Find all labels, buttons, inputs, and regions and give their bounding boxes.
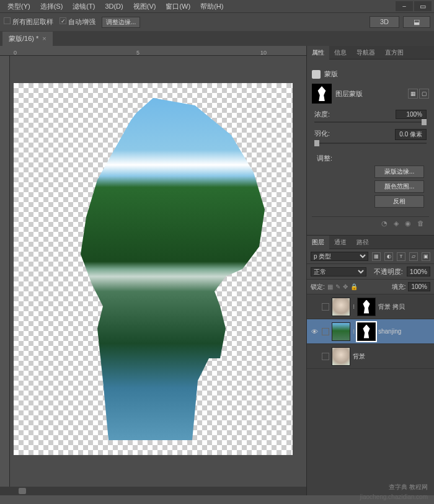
- layer-name[interactable]: 背景 拷贝: [378, 303, 405, 311]
- filter-adjust-icon[interactable]: ◐: [384, 252, 393, 261]
- lock-transparent-icon[interactable]: ▦: [327, 283, 333, 290]
- layer-list: ⁞ 背景 拷贝 👁 ⁞ shanjing 背景: [307, 294, 434, 495]
- tab-channels[interactable]: 通道: [329, 236, 352, 249]
- properties-panel-tabs: 属性 信息 导航器 直方图: [307, 46, 434, 60]
- menu-type[interactable]: 类型(Y): [2, 1, 35, 12]
- layer-row[interactable]: 👁 ⁞ shanjing: [307, 319, 434, 344]
- density-label: 浓度:: [314, 110, 330, 119]
- blend-mode-select[interactable]: 正常: [311, 267, 366, 276]
- adjust-label: 调整:: [317, 154, 332, 162]
- filter-smart-icon[interactable]: ▣: [422, 252, 430, 261]
- tab-histogram[interactable]: 直方图: [380, 46, 409, 60]
- ruler-tick: 5: [136, 50, 140, 56]
- artwork-silhouette: [14, 83, 293, 455]
- feather-label: 羽化:: [314, 129, 330, 140]
- filter-image-icon[interactable]: ▦: [372, 252, 381, 261]
- 3d-mode-button[interactable]: 3D: [370, 16, 399, 28]
- layer-checkbox[interactable]: [322, 328, 329, 335]
- layer-checkbox[interactable]: [322, 303, 329, 311]
- vector-mask-button[interactable]: ▢: [419, 89, 429, 99]
- view-mode-button[interactable]: ⬓: [403, 16, 430, 28]
- properties-title: 蒙版: [324, 69, 338, 79]
- menu-window[interactable]: 窗口(W): [161, 1, 195, 12]
- ruler-tick: 0: [14, 50, 17, 56]
- feather-value[interactable]: 0.0 像素: [395, 129, 427, 140]
- properties-footer: ◔ ◈ ◉ 🗑: [312, 216, 429, 230]
- fill-label: 填充:: [392, 283, 406, 291]
- link-icon: ⁞: [353, 303, 355, 310]
- mask-thumbnail[interactable]: [357, 298, 376, 316]
- layer-filter-kind[interactable]: p 类型: [311, 252, 368, 261]
- document-tab[interactable]: 蒙版/16) * ×: [2, 32, 53, 46]
- layer-thumbnail[interactable]: [332, 298, 350, 316]
- minimize-button[interactable]: −: [396, 1, 413, 11]
- menu-3d[interactable]: 3D(D): [100, 1, 128, 11]
- restore-button[interactable]: ▭: [414, 1, 432, 11]
- horizontal-scrollbar[interactable]: [19, 488, 26, 494]
- layer-name[interactable]: 背景: [353, 352, 365, 361]
- watermark: 查字典 教程网: [389, 483, 428, 492]
- load-selection-icon[interactable]: ◔: [381, 219, 388, 228]
- menu-select[interactable]: 选择(S): [35, 1, 68, 12]
- options-bar: 所有图层取样 自动增强 调整边缘... 3D ⬓: [0, 12, 434, 31]
- lock-image-icon[interactable]: ✎: [335, 283, 340, 290]
- tab-navigator[interactable]: 导航器: [352, 46, 380, 60]
- tab-properties[interactable]: 属性: [307, 46, 329, 60]
- mask-thumbnail[interactable]: [357, 322, 376, 341]
- color-range-button[interactable]: 颜色范围...: [374, 180, 424, 193]
- close-tab-icon[interactable]: ×: [42, 35, 46, 42]
- watermark-url: jiaocheng.chazidian.com: [360, 493, 428, 500]
- delete-mask-icon[interactable]: 🗑: [417, 219, 424, 228]
- document-tab-bar: 蒙版/16) * ×: [0, 31, 434, 46]
- pixel-mask-button[interactable]: ▦: [408, 89, 418, 99]
- opacity-label: 不透明度:: [374, 267, 403, 276]
- mask-icon: [312, 70, 321, 79]
- menu-view[interactable]: 视图(V): [128, 1, 161, 12]
- layer-thumbnail[interactable]: [332, 322, 350, 341]
- tab-paths[interactable]: 路径: [352, 236, 374, 249]
- menu-bar: 类型(Y) 选择(S) 滤镜(T) 3D(D) 视图(V) 窗口(W) 帮助(H…: [0, 0, 434, 12]
- layer-checkbox[interactable]: [322, 353, 329, 360]
- properties-panel: 蒙版 图层蒙版 ▦ ▢ 浓度: 100% 羽化: 0.: [307, 60, 434, 235]
- mask-type-label: 图层蒙版: [335, 89, 363, 99]
- layer-thumbnail[interactable]: [332, 347, 350, 366]
- layer-row[interactable]: 背景: [307, 344, 434, 369]
- disable-mask-icon[interactable]: ◉: [405, 219, 411, 228]
- tab-info[interactable]: 信息: [329, 46, 352, 60]
- apply-mask-icon[interactable]: ◈: [394, 219, 399, 228]
- lock-position-icon[interactable]: ✥: [343, 283, 348, 290]
- filter-shape-icon[interactable]: ▱: [409, 252, 418, 261]
- layers-panel: 图层 通道 路径 p 类型 ▦ ◐ T ▱ ▣ 正常 不透明度: 100% 锁定…: [307, 235, 434, 495]
- filter-type-icon[interactable]: T: [397, 252, 405, 261]
- mask-thumbnail: [312, 84, 332, 104]
- mask-edge-button[interactable]: 蒙版边缘...: [374, 166, 424, 178]
- sample-all-layers-checkbox[interactable]: 所有图层取样: [4, 17, 53, 27]
- feather-slider[interactable]: 羽化: 0.0 像素: [314, 129, 427, 144]
- ruler-tick: 10: [260, 50, 267, 56]
- menu-help[interactable]: 帮助(H): [195, 1, 228, 12]
- lock-label: 锁定:: [311, 283, 325, 291]
- density-value[interactable]: 100%: [396, 110, 427, 119]
- fill-value[interactable]: 100%: [408, 282, 430, 291]
- link-icon: ⁞: [353, 328, 355, 335]
- opacity-value[interactable]: 100%: [407, 267, 430, 276]
- right-panels: 属性 信息 导航器 直方图 蒙版 图层蒙版 ▦ ▢ 浓度: 100%: [306, 46, 434, 495]
- tab-layers[interactable]: 图层: [307, 236, 329, 249]
- auto-enhance-checkbox[interactable]: 自动增强: [60, 17, 95, 27]
- vertical-ruler: [0, 56, 10, 495]
- canvas[interactable]: [14, 83, 293, 455]
- invert-button[interactable]: 反相: [374, 195, 424, 208]
- canvas-area[interactable]: 0 5 10: [0, 46, 306, 495]
- menu-filter[interactable]: 滤镜(T): [68, 1, 100, 12]
- horizontal-ruler: 0 5 10: [0, 46, 306, 56]
- document-tab-title: 蒙版/16) *: [9, 34, 38, 43]
- lock-all-icon[interactable]: 🔒: [350, 283, 358, 290]
- visibility-toggle[interactable]: 👁: [309, 328, 319, 335]
- layer-row[interactable]: ⁞ 背景 拷贝: [307, 294, 434, 319]
- layer-name[interactable]: shanjing: [378, 328, 401, 335]
- refine-edge-button[interactable]: 调整边缘...: [102, 17, 140, 28]
- density-slider[interactable]: 浓度: 100%: [314, 110, 427, 123]
